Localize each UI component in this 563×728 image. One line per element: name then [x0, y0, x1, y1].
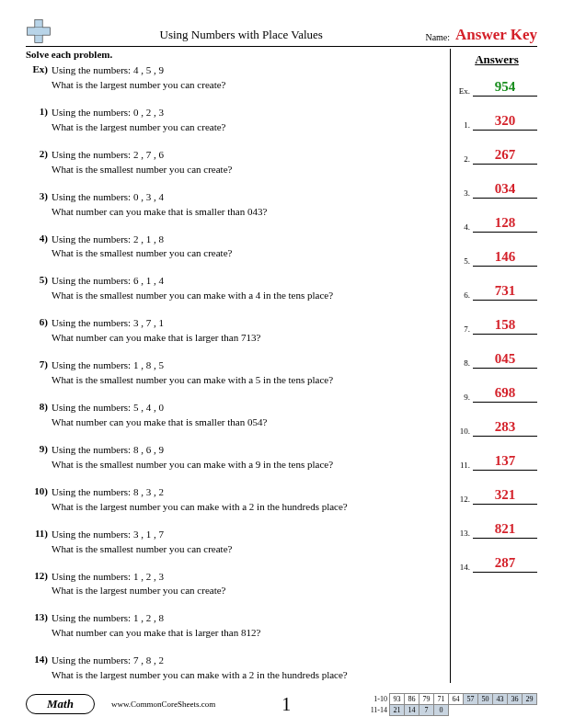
problem: 7)Using the numbers: 1 , 8 , 5What is th… [26, 358, 442, 388]
grid-cell: 43 [493, 693, 508, 704]
answer-label: 7. [456, 324, 473, 335]
answer-line: 137 [473, 453, 537, 471]
answer-label: 4. [456, 222, 473, 233]
grid-label: 11-14 [368, 704, 390, 715]
problems-column: Solve each problem. Ex)Using the numbers… [26, 49, 450, 683]
answer-row: 4.128 [456, 212, 537, 233]
plus-logo-icon [26, 18, 52, 44]
problem: 12)Using the numbers: 1 , 2 , 3What is t… [26, 570, 442, 599]
answer-value: 137 [495, 453, 516, 468]
answer-row: 9.698 [456, 382, 537, 403]
answer-value: 283 [495, 419, 516, 434]
answer-row: 11.137 [456, 450, 537, 471]
svg-rect-2 [35, 28, 42, 35]
problem: 4)Using the numbers: 2 , 1 , 8What is th… [26, 233, 442, 262]
problem-number: Ex) [26, 63, 48, 74]
problem: Ex)Using the numbers: 4 , 5 , 9What is t… [26, 63, 442, 93]
answer-label: 5. [456, 256, 473, 267]
grid-cell: 0 [434, 704, 449, 715]
problem-number: 6) [26, 316, 48, 327]
problem: 2)Using the numbers: 2 , 7 , 6What is th… [26, 148, 442, 177]
grid-cell: 50 [478, 693, 493, 704]
grid-cell: 14 [405, 704, 419, 715]
name-label: Name: [425, 32, 450, 44]
answer-row: 13.821 [456, 518, 537, 539]
answer-row: 10.283 [456, 416, 537, 437]
grid-cell: 57 [464, 693, 478, 704]
answers-column: Answers Ex.9541.3202.2673.0344.1285.1466… [450, 49, 537, 683]
answer-value: 287 [495, 555, 516, 570]
answer-value: 954 [495, 79, 516, 94]
problem-number: 3) [26, 190, 48, 201]
answer-label: 8. [456, 358, 473, 369]
problem-number: 7) [26, 358, 48, 370]
problem-text: Using the numbers: 3 , 1 , 7What is the … [52, 528, 442, 557]
grid-cell: 29 [523, 693, 537, 704]
problem-text: Using the numbers: 1 , 2 , 3What is the … [52, 570, 442, 599]
answer-value: 158 [495, 317, 516, 332]
answer-row: 7.158 [456, 314, 537, 335]
problem-number: 12) [26, 570, 48, 581]
answer-row: 12.321 [456, 484, 537, 505]
answer-line: 034 [473, 181, 537, 199]
problem: 13)Using the numbers: 1 , 2 , 8What numb… [26, 611, 442, 641]
answer-label: 10. [456, 427, 473, 437]
answers-heading: Answers [456, 52, 537, 67]
answer-line: 321 [473, 487, 537, 505]
answer-label: 9. [456, 392, 473, 403]
source-url: www.CommonCoreSheets.com [111, 700, 215, 709]
answer-value: 698 [495, 385, 516, 400]
problem-text: Using the numbers: 1 , 2 , 8What number … [52, 611, 442, 641]
problem-text: Using the numbers: 8 , 3 , 2What is the … [52, 485, 442, 515]
answer-label: 3. [456, 188, 473, 199]
header: Using Numbers with Place Values Name: An… [26, 18, 537, 47]
problem: 11)Using the numbers: 3 , 1 , 7What is t… [26, 528, 442, 557]
answer-value: 320 [495, 113, 516, 128]
answer-label: 12. [456, 495, 473, 505]
answer-row: 3.034 [456, 178, 537, 199]
problem-text: Using the numbers: 4 , 5 , 9What is the … [52, 63, 442, 93]
footer: Math www.CommonCoreSheets.com 1 1-109386… [26, 693, 537, 715]
problem-number: 8) [26, 401, 48, 412]
problem-text: Using the numbers: 8 , 6 , 9What is the … [52, 443, 442, 472]
answer-label: 6. [456, 290, 473, 301]
answer-line: 287 [473, 555, 537, 573]
answer-line: 954 [473, 79, 537, 97]
answer-value: 731 [495, 283, 516, 298]
answer-label: Ex. [456, 86, 473, 97]
answer-label: 14. [456, 563, 473, 573]
problem-text: Using the numbers: 0 , 2 , 3What is the … [52, 106, 442, 135]
grid-cell: 71 [434, 693, 449, 704]
problem: 6)Using the numbers: 3 , 7 , 1What numbe… [26, 316, 442, 346]
answer-line: 045 [473, 351, 537, 369]
problem-number: 1) [26, 106, 48, 117]
answer-value: 128 [495, 215, 516, 230]
answer-label: 11. [456, 461, 473, 471]
score-grid: 1-1093867971645750433629 11-14211470 [368, 693, 538, 716]
grid-label: 1-10 [368, 693, 390, 704]
problem: 9)Using the numbers: 8 , 6 , 9What is th… [26, 443, 442, 472]
problem-text: Using the numbers: 0 , 3 , 4What number … [52, 190, 442, 220]
problem: 3)Using the numbers: 0 , 3 , 4What numbe… [26, 190, 442, 220]
grid-cell: 79 [419, 693, 434, 704]
worksheet-title: Using Numbers with Place Values [57, 28, 425, 44]
problem-number: 11) [26, 528, 48, 539]
answer-row: 6.731 [456, 280, 537, 301]
problem: 1)Using the numbers: 0 , 2 , 3What is th… [26, 106, 442, 135]
answer-value: 146 [495, 249, 516, 264]
page-number: 1 [282, 694, 291, 715]
answer-line: 128 [473, 215, 537, 233]
answer-value: 034 [495, 181, 516, 196]
answer-label: 2. [456, 154, 473, 165]
answer-line: 698 [473, 385, 537, 403]
answer-key-label: Answer Key [455, 26, 537, 44]
grid-cell: 86 [405, 693, 419, 704]
grid-cell: 64 [449, 693, 464, 704]
subject-badge: Math [26, 694, 95, 714]
answer-value: 045 [495, 351, 516, 366]
answer-row: 5.146 [456, 246, 537, 267]
grid-cell: 7 [419, 704, 434, 715]
answer-value: 321 [495, 487, 516, 502]
answer-line: 158 [473, 317, 537, 335]
grid-cell: 21 [390, 704, 405, 715]
